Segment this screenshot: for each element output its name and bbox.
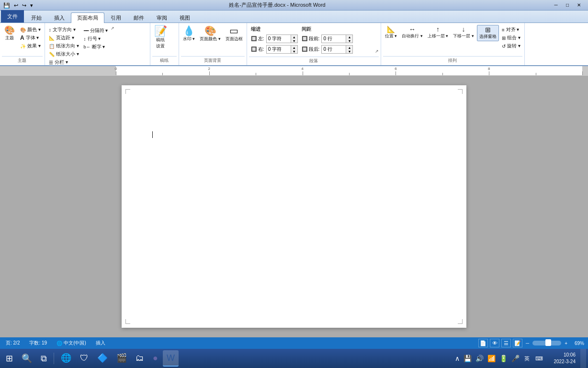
page-info[interactable]: 页: 2/2 bbox=[4, 339, 22, 347]
effect-btn[interactable]: ✨ 效果 ▾ bbox=[18, 42, 43, 50]
manuscript-btn[interactable]: 📝 稿纸设置 bbox=[152, 25, 169, 50]
group-btn[interactable]: ⊞ 组合 ▾ bbox=[500, 34, 522, 42]
watermark-btn[interactable]: 💧 水印 ▾ bbox=[181, 25, 197, 43]
taskbar-app-explorer[interactable]: 🗂 bbox=[132, 350, 148, 367]
taskbar-clock[interactable]: 10:06 2022-3-24 bbox=[550, 352, 579, 365]
bringforward-btn[interactable]: ↑ 上移一层 ▾ bbox=[426, 25, 451, 40]
orientation-btn[interactable]: 📋 纸张方向 ▾ bbox=[47, 42, 81, 50]
align-btn[interactable]: ≡ 对齐 ▾ bbox=[500, 26, 522, 34]
tray-volume-icon[interactable]: 🔊 bbox=[475, 354, 485, 363]
manuscript-label: 稿纸设置 bbox=[156, 37, 165, 49]
taskview-button[interactable]: ⧉ bbox=[37, 350, 51, 367]
view-print-btn[interactable]: 📄 bbox=[478, 339, 488, 347]
spacing-before-up[interactable]: ▲ bbox=[346, 35, 352, 39]
spacing-after-icon: 🔲 段后: bbox=[302, 46, 320, 53]
spacing-after-row: 🔲 段后: ▲ ▼ bbox=[302, 45, 353, 54]
zoom-minus[interactable]: ─ bbox=[524, 341, 531, 346]
zoom-plus[interactable]: + bbox=[563, 341, 569, 346]
spacing-after-up[interactable]: ▲ bbox=[346, 46, 352, 49]
margins-btn[interactable]: 📐 页边距 ▾ bbox=[47, 34, 81, 42]
taskbar-app-shield[interactable]: 🛡 bbox=[76, 350, 92, 367]
autowrap-btn[interactable]: ↔ 自动换行 ▾ bbox=[400, 25, 425, 40]
color-btn[interactable]: 🎨 颜色 ▾ bbox=[18, 26, 43, 34]
document-page[interactable] bbox=[122, 85, 466, 328]
page-content[interactable] bbox=[141, 104, 447, 296]
indent-left-icon: 🔲 左: bbox=[251, 35, 264, 42]
spacing-after-input[interactable] bbox=[322, 46, 346, 53]
spacing-before-down[interactable]: ▼ bbox=[346, 39, 352, 43]
indent-right-input[interactable] bbox=[267, 46, 291, 53]
tray-battery-icon[interactable]: 🔋 bbox=[498, 354, 509, 363]
tab-review[interactable]: 审阅 bbox=[150, 12, 173, 23]
tray-mic-icon[interactable]: 🎤 bbox=[510, 354, 520, 363]
save-quick-btn[interactable]: 💾 bbox=[2, 2, 11, 9]
indent-right-up[interactable]: ▲ bbox=[291, 46, 297, 49]
tab-mail[interactable]: 邮件 bbox=[127, 12, 150, 23]
document-area[interactable] bbox=[0, 76, 588, 337]
tab-view[interactable]: 视图 bbox=[173, 12, 196, 23]
ruler-tick-4 bbox=[303, 71, 303, 75]
ruler-center: 0 2 4 6 8 bbox=[116, 66, 582, 75]
redo-quick-btn[interactable]: ↪ bbox=[21, 2, 28, 9]
page-color-btn[interactable]: 🎨 页面颜色 ▾ bbox=[198, 25, 223, 43]
close-button[interactable]: ✕ bbox=[574, 1, 584, 9]
sendback-btn[interactable]: ↓ 下移一层 ▾ bbox=[451, 25, 476, 40]
minimize-button[interactable]: ─ bbox=[551, 1, 561, 9]
zoom-level[interactable]: 69% bbox=[571, 341, 584, 346]
indent-left-down[interactable]: ▼ bbox=[291, 39, 297, 43]
tab-page-layout[interactable]: 页面布局 bbox=[71, 12, 104, 23]
tab-insert[interactable]: 插入 bbox=[48, 12, 71, 23]
view-draft-btn[interactable]: 📝 bbox=[513, 339, 522, 347]
ime-lang-label[interactable]: 英 bbox=[522, 354, 531, 363]
indent-left-input[interactable] bbox=[267, 35, 291, 43]
language-info[interactable]: 🌐 中文(中国) bbox=[55, 339, 88, 347]
more-quick-btn[interactable]: ▾ bbox=[29, 2, 34, 9]
zoom-slider[interactable] bbox=[532, 341, 561, 345]
maximize-button[interactable]: □ bbox=[562, 1, 573, 9]
tray-disk-icon[interactable]: 💾 bbox=[463, 354, 473, 363]
taskbar-app-word[interactable]: W bbox=[163, 350, 179, 367]
spacing-after-down[interactable]: ▼ bbox=[346, 49, 352, 53]
tab-file[interactable]: 文件 bbox=[1, 10, 24, 23]
indent-left-up[interactable]: ▲ bbox=[291, 35, 297, 39]
view-web-btn[interactable]: 👁 bbox=[490, 339, 499, 347]
zoom-thumb[interactable] bbox=[545, 339, 551, 346]
page-setup-dialog-icon[interactable]: ↗ bbox=[111, 26, 114, 31]
page-border-btn[interactable]: ▭ 页面边框 bbox=[224, 25, 245, 43]
clock-date: 2022-3-24 bbox=[554, 358, 576, 365]
show-desktop-btn[interactable] bbox=[580, 349, 586, 368]
indent-right-down[interactable]: ▼ bbox=[291, 49, 297, 53]
taskbar-app-store[interactable]: 🔷 bbox=[93, 350, 112, 367]
view-outline-btn[interactable]: ☰ bbox=[501, 339, 511, 347]
taskbar-app-teams[interactable]: ● bbox=[149, 350, 162, 367]
paragraph-dialog-icon[interactable]: ↗ bbox=[375, 49, 379, 54]
search-button[interactable]: 🔍 bbox=[18, 350, 36, 367]
spacing-before-input[interactable] bbox=[322, 35, 346, 43]
font-btn[interactable]: A 字体 ▾ bbox=[18, 34, 43, 42]
hyphenation-btn[interactable]: b↔ 断字 ▾ bbox=[82, 43, 110, 51]
columns-btn[interactable]: ☰ 分栏 ▾ bbox=[47, 58, 81, 66]
taskbar-app-edge[interactable]: 🌐 bbox=[57, 350, 75, 367]
linenumbers-btn[interactable]: ↕ 行号 ▾ bbox=[82, 35, 110, 43]
insert-mode[interactable]: 插入 bbox=[94, 339, 107, 347]
papersize-btn[interactable]: 📏 纸张大小 ▾ bbox=[47, 50, 81, 58]
columns-label: 分栏 ▾ bbox=[55, 59, 68, 66]
tab-home[interactable]: 开始 bbox=[25, 12, 48, 23]
columns-icon: ☰ bbox=[49, 60, 53, 65]
tray-chevron[interactable]: ∧ bbox=[454, 354, 461, 363]
undo-quick-btn[interactable]: ↩ bbox=[12, 2, 20, 9]
breaks-btn[interactable]: ━━ 分隔符 ▾ bbox=[82, 27, 110, 34]
theme-btn[interactable]: 🎨 主题 bbox=[2, 25, 17, 42]
lang-icon: 🌐 bbox=[57, 341, 62, 346]
text-direction-btn[interactable]: ↕ 文字方向 ▾ bbox=[47, 26, 81, 34]
rotate-btn[interactable]: ↺ 旋转 ▾ bbox=[500, 42, 522, 50]
tray-network-icon[interactable]: 📶 bbox=[486, 354, 497, 363]
ime-icon[interactable]: ⌨ bbox=[533, 355, 545, 363]
word-count[interactable]: 字数: 19 bbox=[27, 339, 49, 347]
start-button[interactable]: ⊞ bbox=[2, 350, 17, 367]
taskbar-app-media[interactable]: 🎬 bbox=[113, 350, 131, 367]
selectpane-btn[interactable]: ⊞ 选择窗格 bbox=[477, 25, 499, 41]
position-btn[interactable]: 📐 位置 ▾ bbox=[383, 25, 399, 40]
store-icon: 🔷 bbox=[97, 353, 108, 363]
tab-references[interactable]: 引用 bbox=[104, 12, 127, 23]
